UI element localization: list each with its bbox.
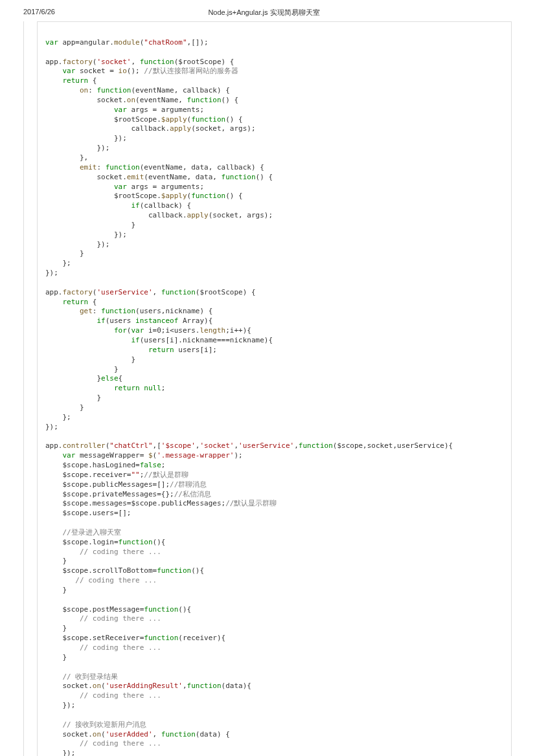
content-wrap: var app=angular.module("chatRoom",[]); a… <box>23 21 512 756</box>
kw-var: var <box>45 38 58 47</box>
page-header: 2017/6/26 Node.js+Angular.js 实现简易聊天室 <box>0 0 535 21</box>
page-title: Node.js+Angular.js 实现简易聊天室 <box>55 8 473 17</box>
code-block: var app=angular.module("chatRoom",[]); a… <box>37 21 512 756</box>
print-date: 2017/6/26 <box>23 8 55 17</box>
